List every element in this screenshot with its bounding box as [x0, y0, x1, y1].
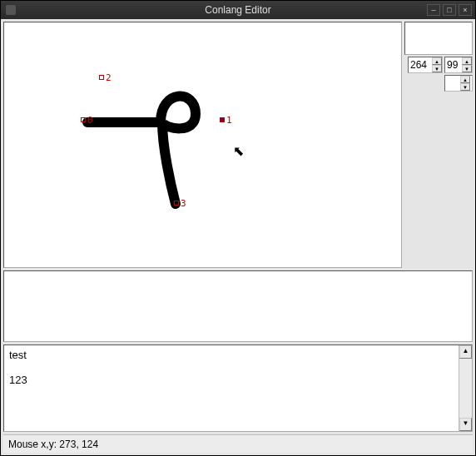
scroll-track[interactable] — [459, 359, 472, 418]
window: Conlang Editor – □ × 0123⬉ ▲ — [0, 0, 476, 456]
status-bar: Mouse x,y: 273, 124 — [3, 434, 473, 453]
control-point-1[interactable] — [220, 117, 225, 122]
side-panel: ▲ ▼ ▲ ▼ — [404, 22, 473, 268]
spinner-x-input[interactable] — [409, 57, 432, 72]
spinner-extra-input[interactable] — [445, 76, 460, 91]
output-panel: test 123 ▲ ▼ — [3, 344, 473, 432]
spinner-y-down[interactable]: ▼ — [462, 65, 472, 72]
control-point-3[interactable] — [174, 201, 179, 206]
spinner-extra[interactable]: ▲ ▼ — [444, 75, 473, 92]
close-button[interactable]: × — [459, 4, 472, 16]
output-text[interactable]: test 123 — [4, 345, 459, 431]
spinner-extra-down[interactable]: ▼ — [460, 83, 470, 91]
top-row: 0123⬉ ▲ ▼ ▲ ▼ — [3, 22, 473, 268]
control-point-label-1: 1 — [226, 115, 232, 126]
control-point-0[interactable] — [81, 117, 86, 122]
preview-box — [404, 22, 473, 55]
status-text: Mouse x,y: 273, 124 — [8, 439, 98, 450]
control-point-label-0: 0 — [87, 115, 93, 126]
minimize-button[interactable]: – — [427, 4, 440, 16]
control-point-2[interactable] — [99, 75, 104, 80]
control-point-label-3: 3 — [181, 198, 186, 209]
window-controls: – □ × — [427, 4, 475, 16]
spinner-y-up[interactable]: ▲ — [462, 57, 472, 65]
coord-spinners: ▲ ▼ ▲ ▼ — [404, 55, 473, 75]
spinner-extra-up[interactable]: ▲ — [460, 76, 470, 83]
window-title: Conlang Editor — [205, 4, 270, 16]
content-area: 0123⬉ ▲ ▼ ▲ ▼ — [1, 19, 475, 455]
glyph-stroke — [4, 22, 402, 268]
spinner-y-input[interactable] — [445, 57, 462, 72]
titlebar[interactable]: Conlang Editor – □ × — [1, 1, 475, 19]
scroll-up-icon[interactable]: ▲ — [459, 345, 472, 359]
mid-panel[interactable] — [3, 270, 473, 342]
maximize-button[interactable]: □ — [443, 4, 456, 16]
scroll-down-icon[interactable]: ▼ — [459, 418, 472, 431]
output-scrollbar[interactable]: ▲ ▼ — [459, 345, 472, 431]
spinner-x-down[interactable]: ▼ — [432, 65, 442, 72]
control-point-label-2: 2 — [106, 72, 112, 83]
spinner-x[interactable]: ▲ ▼ — [408, 57, 443, 73]
spinner-x-up[interactable]: ▲ — [432, 57, 442, 65]
app-icon — [6, 5, 16, 15]
spinner-y[interactable]: ▲ ▼ — [444, 57, 473, 73]
drawing-canvas[interactable]: 0123⬉ — [3, 22, 402, 268]
